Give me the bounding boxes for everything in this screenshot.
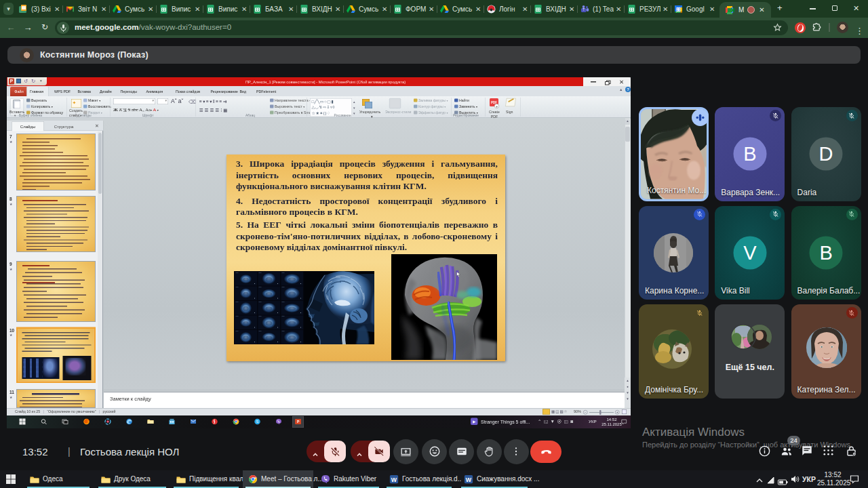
svg-text:S: S [256,420,258,424]
svg-text:T: T [583,8,585,12]
svg-text:P: P [297,420,300,424]
svg-text:W: W [466,476,472,483]
svg-text:23: 23 [677,7,681,12]
svg-text:W: W [391,476,397,483]
